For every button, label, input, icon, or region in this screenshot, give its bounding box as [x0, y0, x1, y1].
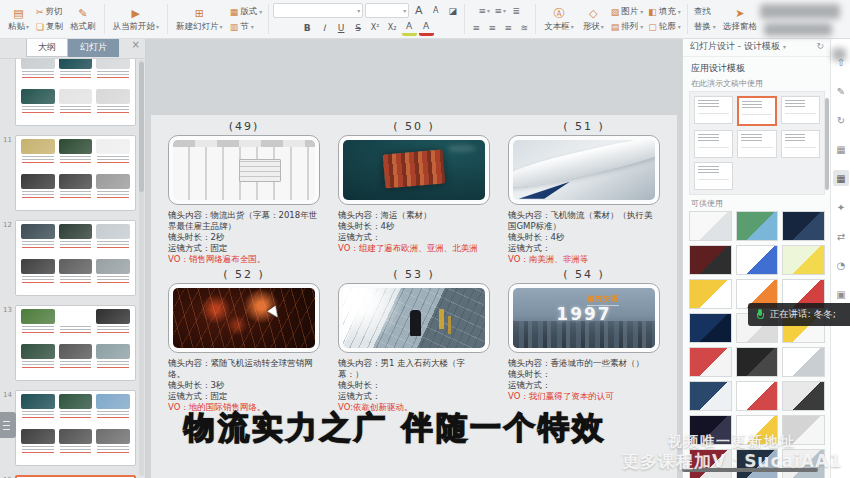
- paste-button[interactable]: ▤ 粘贴▾: [4, 6, 33, 33]
- panel-image-icon[interactable]: ▣: [833, 286, 849, 302]
- decrease-font-button[interactable]: A: [428, 4, 443, 17]
- layout-button[interactable]: ▦版式▾: [228, 5, 265, 18]
- slide-thumbnail[interactable]: [15, 135, 136, 211]
- used-template-thumbnail[interactable]: [737, 130, 776, 158]
- selection-pane-button[interactable]: ➤ 选择窗格: [719, 6, 761, 33]
- slide-thumbnail[interactable]: [15, 220, 136, 296]
- used-template-thumbnail[interactable]: [737, 96, 776, 126]
- template-thumbnail[interactable]: [782, 347, 825, 377]
- subscript-button[interactable]: X₂: [385, 21, 400, 34]
- thumbnail-cell: [21, 309, 55, 342]
- used-template-thumbnail[interactable]: [694, 162, 733, 190]
- panel-clock-icon[interactable]: ◔: [833, 257, 849, 273]
- panel-magic-icon[interactable]: ✦: [833, 199, 849, 215]
- thumbnail-cell-image: [96, 89, 130, 104]
- textbox-button[interactable]: Ⓐ 文本框▾: [540, 6, 578, 33]
- thumbnail-cell: [96, 139, 130, 172]
- section-button[interactable]: ▥节▾: [228, 20, 265, 33]
- numbering-button[interactable]: ≡▾: [493, 4, 507, 17]
- panel-header: 幻灯片设计 - 设计模板 ▾ ↻: [683, 36, 831, 57]
- storyboard-cell[interactable]: (49)镜头内容：物流出货（字幕：2018年世界最佳雇主品牌）镜头时长：2秒运镜…: [159, 119, 329, 265]
- used-template-thumbnail[interactable]: [694, 130, 733, 158]
- outline-button[interactable]: ▢轮廓▾: [646, 20, 683, 33]
- used-template-thumbnail[interactable]: [694, 96, 733, 124]
- slide-number: 12: [3, 221, 12, 229]
- storyboard-cell[interactable]: ( 54 )越秀交通1997镜头内容：香港城市的一些素材（）镜头时长：运镜方式：…: [499, 267, 669, 413]
- tab-outline[interactable]: 大纲: [26, 38, 68, 57]
- font-size-select[interactable]: ▾: [365, 3, 409, 18]
- storyboard-cell[interactable]: ( 52 )镜头内容：紧随飞机运动转全球营销网络。镜头时长：3秒运镜方式：固定V…: [159, 267, 329, 413]
- thumbnail-cell: [96, 309, 130, 342]
- replace-button[interactable]: 替换▾: [692, 20, 718, 33]
- layout-icon: ▦: [230, 7, 239, 17]
- italic-button[interactable]: I: [317, 21, 332, 34]
- picture-icon: ▨: [611, 7, 620, 17]
- increase-font-button[interactable]: A: [411, 4, 426, 17]
- cell-image-frame: 越秀交通1997: [508, 283, 660, 353]
- chevron-down-icon[interactable]: ▾: [783, 43, 786, 50]
- font-group: ▾ ▾ A A ◪ B I U S X² X₂ A A: [271, 1, 462, 37]
- align-right-button[interactable]: ≡: [501, 21, 515, 34]
- font-color-button[interactable]: A: [419, 20, 434, 36]
- cut-button[interactable]: ✂剪切: [34, 5, 65, 18]
- template-thumbnail[interactable]: [736, 347, 779, 377]
- fill-button[interactable]: ◧填充▾: [646, 5, 683, 18]
- align-left-button[interactable]: ≡: [469, 21, 483, 34]
- microphone-icon: [757, 309, 764, 321]
- template-thumbnail[interactable]: [689, 245, 732, 275]
- tab-slides[interactable]: 幻灯片: [68, 38, 119, 57]
- font-name-select[interactable]: ▾: [273, 3, 363, 18]
- shapes-button[interactable]: ◇ 形状▾: [579, 6, 608, 33]
- template-thumbnail[interactable]: [736, 245, 779, 275]
- panel-edit-icon[interactable]: ✎: [833, 83, 849, 99]
- template-thumbnail[interactable]: [689, 211, 732, 241]
- copy-button[interactable]: ❏复制: [34, 20, 65, 33]
- template-thumbnail[interactable]: [689, 313, 732, 343]
- panel-scrollbar[interactable]: [825, 98, 829, 190]
- storyboard-cell[interactable]: ( 53 )镜头内容：男1 走入石药大楼（字幕：）镜头时长：运镜方式：VO:依靠…: [329, 267, 499, 413]
- slide-thumbnail[interactable]: [15, 58, 136, 126]
- format-painter-button[interactable]: ✎ 格式刷: [66, 6, 100, 33]
- thumbnail-cell-image: [96, 224, 130, 239]
- cell-image-frame: [168, 135, 320, 205]
- used-template-thumbnail[interactable]: [781, 96, 820, 124]
- align-center-button[interactable]: ≡: [485, 21, 499, 34]
- bold-button[interactable]: B: [300, 21, 315, 34]
- refresh-icon[interactable]: ↻: [816, 41, 824, 51]
- clear-format-button[interactable]: ◪: [445, 4, 460, 17]
- arrange-button[interactable]: ▤排列▾: [609, 20, 646, 33]
- line-spacing-button[interactable]: ≋: [517, 21, 531, 34]
- template-thumbnail[interactable]: [689, 347, 732, 377]
- slide-number: 14: [3, 391, 12, 399]
- panel-share-icon[interactable]: ⇧: [833, 54, 849, 70]
- template-thumbnail[interactable]: [689, 279, 732, 309]
- new-slide-button[interactable]: ⊞ 新建幻灯片▾: [172, 6, 227, 33]
- template-thumbnail[interactable]: [736, 211, 779, 241]
- thumbnail-cell: [59, 309, 93, 342]
- thumbnail-cell-image: [59, 139, 93, 154]
- panel-sync-icon[interactable]: ↻: [833, 112, 849, 128]
- underline-button[interactable]: U: [334, 21, 349, 34]
- thumbnail-cell: [59, 344, 93, 377]
- panel-swap-icon[interactable]: ⇄: [833, 228, 849, 244]
- storyboard-cell[interactable]: ( 50 )镜头内容：海运（素材）镜头时长：4秒运镜方式：VO：组建了遍布欧洲、…: [329, 119, 499, 265]
- used-template-thumbnail[interactable]: [781, 130, 820, 158]
- cell-image-frame: [508, 135, 660, 205]
- superscript-button[interactable]: X²: [368, 21, 383, 34]
- cell-camera-line: 运镜方式：: [338, 232, 490, 243]
- highlight-color-button[interactable]: A: [402, 20, 417, 36]
- indent-button[interactable]: ≣: [509, 4, 523, 17]
- template-thumbnail[interactable]: [782, 245, 825, 275]
- picture-button[interactable]: ▨图片▾: [609, 5, 646, 18]
- storyboard-cell[interactable]: ( 51 )镜头内容：飞机物流（素材）（执行美国GMP标准）镜头时长：4秒运镜方…: [499, 119, 669, 265]
- find-button[interactable]: 查找: [692, 5, 718, 18]
- strikethrough-button[interactable]: S: [351, 21, 366, 34]
- panel-design-icon[interactable]: ▦: [833, 170, 849, 186]
- bullets-button[interactable]: ≡▾: [477, 4, 491, 17]
- close-icon[interactable]: ×: [132, 39, 140, 50]
- slide-thumbnail[interactable]: [15, 305, 136, 381]
- panel-layout-icon[interactable]: ▦: [833, 141, 849, 157]
- template-thumbnail[interactable]: [782, 211, 825, 241]
- used-templates-grid: [689, 91, 825, 195]
- play-from-current-button[interactable]: ▶ 从当前开始▾: [109, 6, 164, 33]
